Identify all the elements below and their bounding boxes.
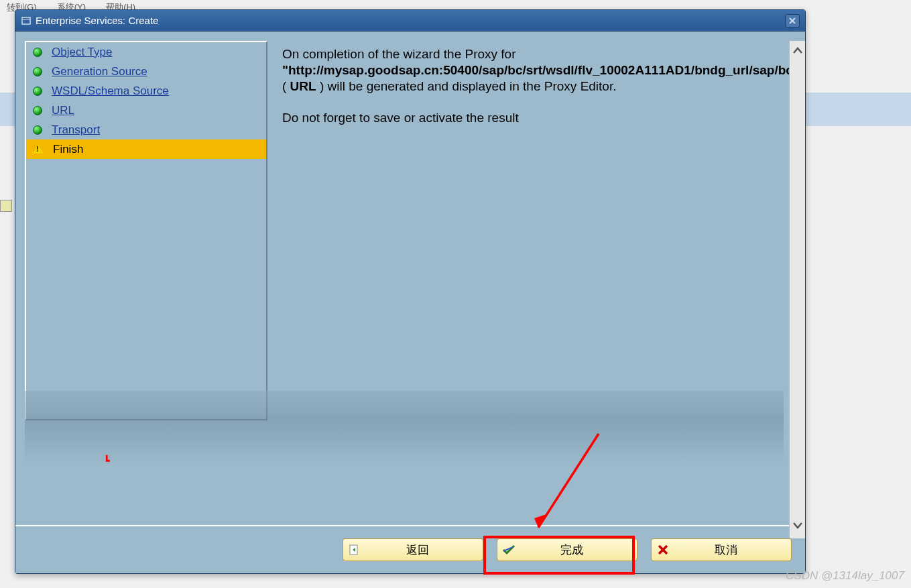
dialog-footer: 返回 完成 取消	[15, 525, 805, 573]
finish-label: 完成	[520, 542, 637, 558]
msg-url: "http://mysap.goodsap.cn:50400/sap/bc/sr…	[282, 63, 802, 77]
step-label: WSDL/Schema Source	[52, 84, 169, 98]
cancel-button[interactable]: 取消	[651, 538, 792, 561]
step-object-type[interactable]: Object Type	[26, 42, 266, 62]
scrollbar[interactable]	[789, 41, 805, 538]
step-label: Generation Source	[52, 65, 147, 78]
dialog-title: Enterprise Services: Create	[36, 15, 158, 26]
warning-triangle-icon	[33, 145, 44, 154]
msg-reminder: Do not forget to save or activate the re…	[282, 111, 519, 125]
back-label: 返回	[366, 542, 483, 558]
window-icon	[21, 15, 32, 26]
content-row: Object Type Generation Source WSDL/Schem…	[15, 32, 805, 525]
step-label: URL	[52, 104, 74, 117]
dialog-body: Object Type Generation Source WSDL/Schem…	[15, 32, 805, 573]
wizard-dialog: Enterprise Services: Create Object Type …	[15, 9, 806, 574]
step-url[interactable]: URL	[26, 101, 266, 120]
background-left-toolbar	[0, 101, 13, 436]
watermark-text: CSDN @1314lay_1007	[786, 569, 904, 583]
green-dot-icon	[33, 125, 42, 135]
step-wsdl-schema-source[interactable]: WSDL/Schema Source	[26, 81, 266, 101]
completion-message: On completion of the wizard the Proxy fo…	[281, 41, 780, 126]
step-finish[interactable]: Finish	[26, 139, 266, 159]
green-dot-icon	[33, 106, 42, 115]
checkmark-icon	[500, 544, 518, 555]
step-label: Transport	[52, 123, 100, 137]
back-button[interactable]: 返回	[343, 538, 483, 561]
msg-paren-open: (	[282, 79, 290, 93]
step-transport[interactable]: Transport	[26, 120, 266, 139]
decorative-gradient	[25, 391, 784, 465]
wizard-steps-sidebar: Object Type Generation Source WSDL/Schem…	[25, 41, 267, 420]
scroll-up-icon[interactable]	[792, 41, 804, 64]
dialog-titlebar: Enterprise Services: Create	[15, 10, 805, 32]
cancel-x-icon	[654, 544, 672, 555]
close-button[interactable]	[785, 14, 800, 27]
green-dot-icon	[33, 48, 42, 57]
step-label: Object Type	[52, 46, 112, 59]
svg-rect-0	[22, 17, 30, 24]
finish-button[interactable]: 完成	[497, 538, 637, 561]
step-generation-source[interactable]: Generation Source	[26, 62, 266, 81]
cancel-label: 取消	[674, 542, 791, 558]
green-dot-icon	[33, 86, 42, 96]
scroll-down-icon[interactable]	[792, 515, 804, 538]
msg-tail: ) will be generated and displayed in the…	[320, 79, 617, 93]
msg-line: On completion of the wizard the Proxy fo…	[282, 47, 516, 61]
red-corner-mark: ┗	[104, 455, 109, 466]
step-label: Finish	[53, 143, 83, 156]
bg-tool-icon	[0, 200, 12, 212]
msg-urlword: URL	[290, 79, 316, 93]
back-arrow-icon	[346, 544, 363, 556]
green-dot-icon	[33, 67, 42, 76]
